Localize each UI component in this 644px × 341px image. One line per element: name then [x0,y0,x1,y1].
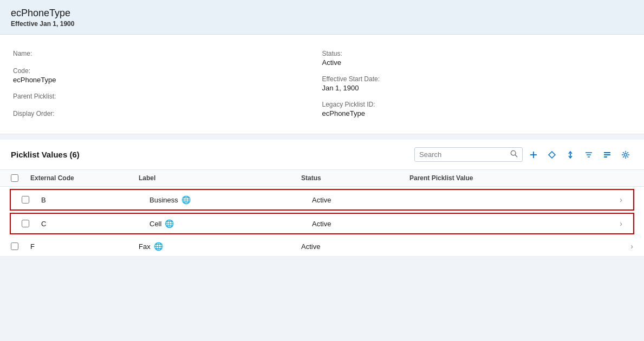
row-3-checkbox-cell [11,242,30,250]
col-label: Label [139,174,301,182]
field-effective-start-date-label: Effective Start Date: [322,75,632,83]
details-left: Name: Code: ecPhoneType Parent Picklist:… [13,45,322,123]
field-legacy-picklist-id: Legacy Picklist ID: ecPhoneType [322,96,632,122]
row-1-status: Active [312,196,420,204]
row-2-checkbox[interactable] [22,220,29,227]
row-1-highlight-wrapper: B Business 🌐 Active › [10,189,634,211]
picklist-title: Picklist Values (6) [11,150,80,159]
field-effective-start-date-value: Jan 1, 1900 [322,84,632,92]
field-legacy-picklist-id-value: ecPhoneType [322,109,632,117]
svg-point-13 [625,153,627,156]
search-input[interactable] [419,150,508,159]
row-3-chevron[interactable]: › [617,242,633,251]
picklist-section: Picklist Values (6) [0,140,644,257]
search-box[interactable] [414,147,523,162]
field-effective-start-date: Effective Start Date: Jan 1, 1900 [322,71,632,96]
field-status-value: Active [322,58,632,67]
settings-button[interactable] [618,148,633,161]
picklist-toolbar [414,147,633,162]
row-2-label-cell: Cell 🌐 [149,219,312,228]
row-2-external-code: C [41,220,149,228]
field-display-order: Display Order: [13,106,322,123]
row-1-chevron[interactable]: › [606,195,622,204]
row-3-checkbox[interactable] [11,242,18,250]
svg-marker-4 [549,152,555,158]
row-1-checkbox-cell [22,196,41,204]
add-button[interactable] [526,148,541,161]
field-code: Code: ecPhoneType [13,63,322,88]
select-all-checkbox[interactable] [11,174,18,182]
details-right: Status: Active Effective Start Date: Jan… [322,45,632,123]
field-status: Status: Active [322,45,632,71]
table-row[interactable]: F Fax 🌐 Active › [0,237,644,257]
svg-rect-11 [604,154,610,155]
field-legacy-picklist-id-label: Legacy Picklist ID: [322,101,632,108]
row-2-status: Active [312,220,420,228]
sort-button[interactable] [563,148,578,161]
svg-line-1 [515,155,517,157]
row-3-external-code: F [30,242,139,251]
field-display-order-label: Display Order: [13,110,322,117]
details-section: Name: Code: ecPhoneType Parent Picklist:… [0,35,644,134]
list-view-button[interactable] [600,148,615,161]
row-2-label: Cell [149,220,161,228]
row-2-chevron[interactable]: › [606,219,622,228]
page-wrapper: ecPhoneType Effective Jan 1, 1900 Name: … [0,0,644,341]
svg-rect-10 [604,152,610,153]
header-checkbox-cell [11,174,30,182]
picklist-header: Picklist Values (6) [0,140,644,170]
filter-button[interactable] [581,148,596,161]
header-section: ecPhoneType Effective Jan 1, 1900 [0,0,644,35]
row-1-label-cell: Business 🌐 [149,195,312,204]
col-parent-picklist-value: Parent Picklist Value [409,174,617,182]
field-name-label: Name: [13,50,322,57]
table-header: External Code Label Status Parent Pickli… [0,170,644,187]
duplicate-button[interactable] [544,148,560,161]
col-status: Status [301,174,409,182]
svg-rect-12 [604,156,607,158]
col-external-code: External Code [30,174,139,182]
row-2-checkbox-cell [22,220,41,227]
row-1-external-code: B [41,196,149,204]
row-2-highlight-wrapper: C Cell 🌐 Active › [10,213,634,234]
row-3-label-cell: Fax 🌐 [139,242,301,251]
field-code-label: Code: [13,67,322,75]
table-row[interactable]: C Cell 🌐 Active › [11,214,633,233]
search-icon [510,150,518,159]
globe-icon: 🌐 [154,242,163,251]
field-parent-picklist-label: Parent Picklist: [13,93,322,100]
row-1-label: Business [149,196,178,204]
field-name: Name: [13,45,322,63]
field-code-value: ecPhoneType [13,76,322,84]
globe-icon: 🌐 [181,195,191,204]
row-3-label: Fax [139,242,151,251]
effective-date: Effective Jan 1, 1900 [11,20,633,28]
field-status-label: Status: [322,50,632,57]
globe-icon: 🌐 [165,219,174,228]
row-3-status: Active [301,242,409,251]
page-title: ecPhoneType [11,8,633,19]
field-parent-picklist: Parent Picklist: [13,88,322,106]
table-row[interactable]: B Business 🌐 Active › [11,190,633,209]
row-1-checkbox[interactable] [22,196,29,204]
